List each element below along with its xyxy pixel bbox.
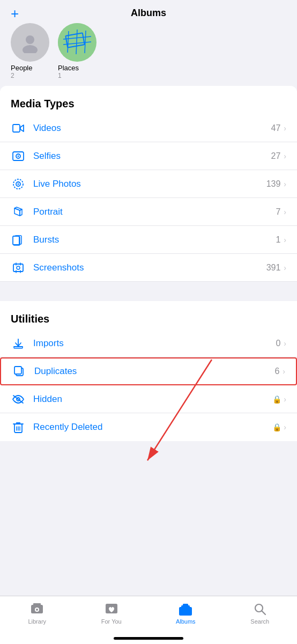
svg-point-14 — [18, 183, 19, 185]
people-thumbnail — [11, 23, 49, 62]
people-album[interactable]: People 2 — [11, 23, 49, 79]
hidden-lock-icon: 🔒 — [272, 395, 281, 404]
albums-tab-icon — [178, 602, 193, 617]
video-icon — [11, 121, 26, 136]
recently-deleted-lock-icon: 🔒 — [272, 423, 281, 431]
bursts-chevron: › — [284, 236, 286, 244]
svg-rect-20 — [14, 347, 23, 348]
bursts-icon — [11, 232, 26, 247]
media-types-header: Media Types — [0, 86, 297, 114]
svg-point-1 — [23, 45, 38, 53]
videos-item[interactable]: Videos 47 › — [0, 114, 297, 142]
header: + Albums — [0, 0, 297, 23]
hidden-label: Hidden — [33, 394, 272, 405]
videos-label: Videos — [33, 123, 271, 134]
utilities-header: Utilities — [0, 301, 297, 330]
portrait-count: 7 — [276, 207, 280, 217]
for-you-tab-label: For You — [101, 618, 122, 625]
duplicates-label: Duplicates — [34, 366, 274, 377]
screenshots-label: Screenshots — [33, 262, 266, 273]
bursts-item[interactable]: Bursts 1 › — [0, 226, 297, 254]
portrait-chevron: › — [284, 208, 286, 216]
live-photos-item[interactable]: Live Photos 139 › — [0, 170, 297, 198]
videos-count: 47 — [271, 123, 281, 133]
places-label: Places — [58, 64, 96, 72]
live-photo-icon — [11, 177, 26, 192]
imports-item[interactable]: Imports 0 › — [0, 330, 297, 357]
library-tab-label: Library — [28, 618, 46, 625]
live-photos-chevron: › — [284, 180, 286, 188]
svg-rect-36 — [179, 607, 192, 616]
places-album[interactable]: Places 1 — [58, 23, 96, 79]
recently-deleted-item[interactable]: Recently Deleted 🔒 › — [0, 413, 297, 441]
screenshots-icon — [11, 260, 26, 275]
live-photos-label: Live Photos — [33, 179, 266, 189]
live-photos-count: 139 — [266, 179, 281, 189]
videos-chevron: › — [284, 124, 286, 133]
svg-rect-32 — [33, 603, 41, 605]
duplicates-icon — [12, 364, 27, 379]
imports-icon — [11, 336, 26, 351]
svg-point-19 — [17, 266, 20, 269]
svg-point-11 — [18, 155, 19, 157]
search-tab-label: Search — [250, 618, 269, 625]
duplicates-chevron: › — [283, 367, 285, 376]
recently-deleted-chevron: › — [284, 423, 286, 431]
home-indicator — [114, 637, 183, 640]
selfies-item[interactable]: Selfies 27 › — [0, 142, 297, 170]
tab-library[interactable]: Library — [0, 602, 75, 625]
hidden-chevron: › — [284, 395, 286, 404]
tab-albums[interactable]: Albums — [148, 602, 223, 625]
selfies-label: Selfies — [33, 151, 271, 162]
for-you-tab-icon — [104, 602, 119, 617]
svg-rect-17 — [13, 236, 19, 245]
content-area: Media Types Videos 47 › Selfies 27 › — [0, 86, 297, 441]
imports-count: 0 — [276, 339, 280, 348]
hidden-icon — [11, 392, 26, 407]
screenshots-item[interactable]: Screenshots 391 › — [0, 254, 297, 282]
portrait-label: Portrait — [33, 207, 276, 217]
portrait-icon — [11, 204, 26, 219]
screenshots-count: 391 — [266, 263, 281, 273]
library-tab-icon — [29, 602, 44, 617]
page-title: Albums — [131, 8, 166, 19]
selfies-chevron: › — [284, 152, 286, 160]
tab-for-you[interactable]: For You — [75, 602, 149, 625]
recently-deleted-label: Recently Deleted — [33, 422, 272, 433]
add-button[interactable]: + — [11, 6, 19, 20]
svg-point-0 — [26, 35, 34, 44]
selfies-count: 27 — [271, 151, 281, 161]
places-thumbnail — [58, 23, 96, 62]
screenshots-chevron: › — [284, 264, 286, 272]
search-tab-icon — [253, 602, 268, 617]
portrait-item[interactable]: Portrait 7 › — [0, 198, 297, 226]
utilities-divider — [0, 282, 297, 301]
albums-tab-label: Albums — [176, 618, 196, 625]
hidden-item[interactable]: Hidden 🔒 › — [0, 385, 297, 413]
people-count: 2 — [11, 72, 49, 79]
recently-deleted-icon — [11, 420, 26, 435]
selfie-icon — [11, 149, 26, 164]
tab-search[interactable]: Search — [223, 602, 298, 625]
svg-point-34 — [36, 609, 38, 611]
places-count: 1 — [58, 72, 96, 79]
bursts-count: 1 — [276, 235, 280, 245]
bursts-label: Bursts — [33, 235, 276, 245]
svg-rect-8 — [13, 125, 20, 132]
imports-chevron: › — [284, 339, 286, 348]
svg-rect-22 — [14, 367, 21, 374]
imports-label: Imports — [33, 338, 276, 349]
svg-rect-2 — [58, 23, 96, 62]
svg-rect-38 — [183, 604, 188, 606]
duplicates-count: 6 — [274, 367, 279, 376]
people-label: People — [11, 64, 49, 72]
duplicates-item[interactable]: Duplicates 6 › — [0, 357, 297, 385]
svg-rect-18 — [13, 264, 23, 272]
top-albums-row: People 2 Places 1 — [0, 23, 297, 86]
svg-line-40 — [262, 611, 265, 615]
